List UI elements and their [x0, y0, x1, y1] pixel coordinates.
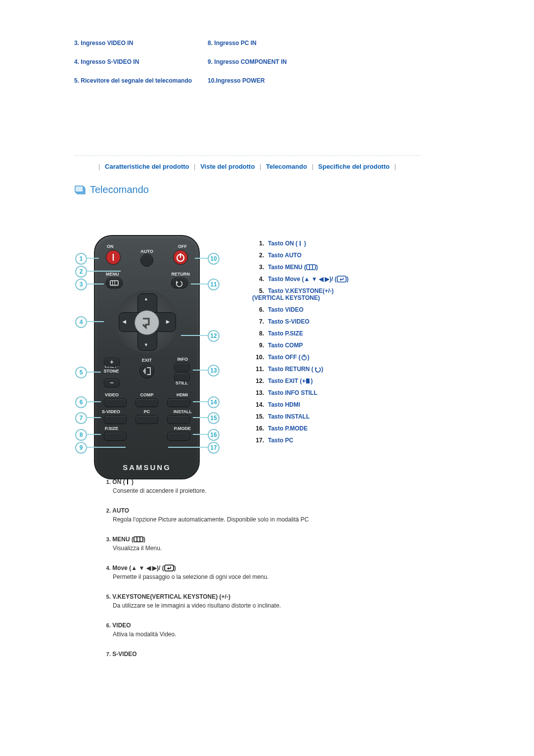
- svg-rect-18: [165, 565, 174, 571]
- input-list: 3. Ingresso VIDEO IN 4. Ingresso S-VIDEO…: [74, 40, 480, 96]
- svg-rect-0: [113, 254, 114, 261]
- samsung-logo: SAMSUNG: [95, 463, 199, 472]
- description-item: 4. Move (▲ ▼ ◀ ▶)/ ()Permette il passagg…: [104, 565, 480, 580]
- list-item[interactable]: 8.Tasto P.SIZE: [252, 330, 349, 337]
- list-item[interactable]: 1.Tasto ON ( ): [252, 240, 349, 247]
- input-item: 9. Ingresso COMPONENT IN: [208, 58, 480, 65]
- list-item[interactable]: 2.Tasto AUTO: [252, 252, 349, 259]
- remote-diagram: ON OFF AUTO MENU RETURN: [74, 235, 242, 449]
- svg-rect-12: [304, 354, 305, 357]
- list-item[interactable]: 3.Tasto MENU (): [252, 264, 349, 271]
- svg-rect-2: [180, 253, 181, 258]
- list-item[interactable]: 4.Tasto Move (▲ ▼ ◀ ▶)/ (): [252, 276, 349, 283]
- breadcrumb: | Caratteristiche del prodotto | Viste d…: [74, 163, 420, 170]
- svg-rect-6: [300, 241, 301, 246]
- descriptions: 1. ON ( )Consente di accendere il proiet…: [74, 478, 480, 658]
- list-item[interactable]: 11.Tasto RETURN (): [252, 366, 349, 373]
- input-item: 8. Ingresso PC IN: [208, 40, 480, 47]
- svg-rect-14: [127, 479, 128, 484]
- list-item[interactable]: 6.Tasto VIDEO: [252, 306, 349, 313]
- list-item[interactable]: 10.Tasto OFF (): [252, 354, 349, 361]
- input-item: 3. Ingresso VIDEO IN: [74, 40, 208, 47]
- input-item: 5. Ricevitore del segnale del telecomand…: [74, 77, 208, 84]
- page-title: Telecomando: [90, 184, 149, 195]
- nav-viste[interactable]: Viste del prodotto: [200, 163, 255, 170]
- input-item: 4. Ingresso S-VIDEO IN: [74, 58, 208, 65]
- svg-rect-13: [306, 378, 310, 383]
- description-item: 1. ON ( )Consente di accendere il proiet…: [104, 478, 480, 494]
- list-item[interactable]: 5.Tasto V.KEYSTONE(+/-) (VERTICAL KEYSTO…: [252, 287, 349, 301]
- section-icon: [74, 185, 86, 195]
- list-item[interactable]: 17.Tasto PC: [252, 437, 349, 444]
- divider: [74, 155, 420, 156]
- description-item: 7. S-VIDEO: [104, 651, 480, 658]
- description-item: 5. V.KEYSTONE(VERTICAL KEYSTONE) (+/-)Da…: [104, 593, 480, 609]
- list-item[interactable]: 14.Tasto HDMI: [252, 401, 349, 408]
- description-item: 2. AUTORegola l'opzione Picture automati…: [104, 507, 480, 523]
- list-item[interactable]: 13.Tasto INFO STILL: [252, 389, 349, 396]
- description-item: 6. VIDEOAttiva la modalità Video.: [104, 622, 480, 638]
- list-item[interactable]: 9.Tasto COMP: [252, 342, 349, 349]
- nav-caratteristiche[interactable]: Caratteristiche del prodotto: [105, 163, 189, 170]
- remote-key-list: 1.Tasto ON ( )2.Tasto AUTO3.Tasto MENU (…: [252, 240, 349, 444]
- svg-rect-15: [134, 537, 143, 542]
- nav-specifiche[interactable]: Specifiche del prodotto: [318, 163, 390, 170]
- description-item: 3. MENU ()Visualizza il Menu.: [104, 536, 480, 552]
- list-item[interactable]: 16.Tasto P.MODE: [252, 425, 349, 432]
- svg-rect-3: [110, 281, 118, 285]
- list-item[interactable]: 7.Tasto S-VIDEO: [252, 318, 349, 325]
- input-item: 10.Ingresso POWER: [208, 77, 480, 84]
- list-item[interactable]: 12.Tasto EXIT (): [252, 378, 349, 384]
- svg-rect-7: [307, 265, 315, 270]
- list-item[interactable]: 15.Tasto INSTALL: [252, 413, 349, 420]
- nav-telecomando[interactable]: Telecomando: [266, 163, 307, 170]
- svg-rect-10: [337, 276, 346, 282]
